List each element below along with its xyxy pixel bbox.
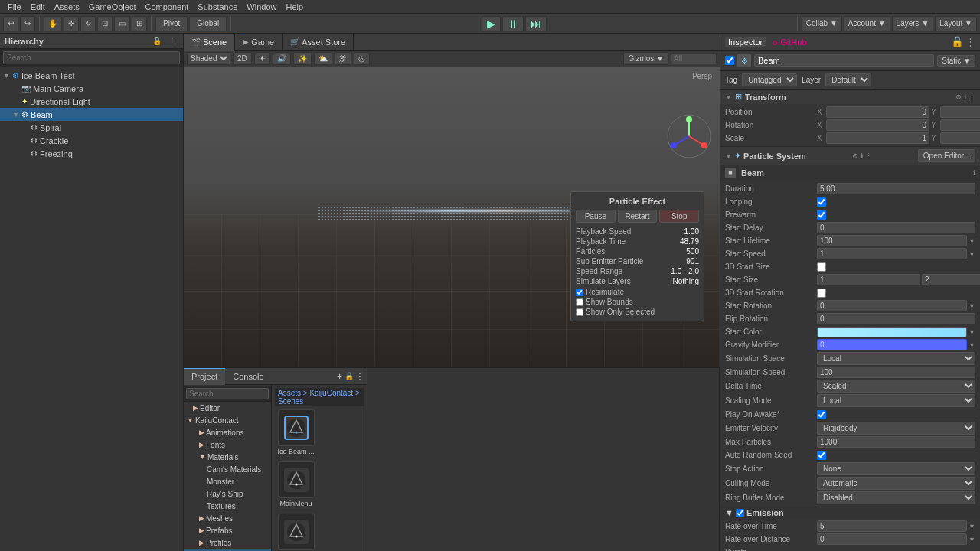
3d-start-rotation-checkbox[interactable] [817,289,826,298]
show-only-checkbox[interactable] [576,308,583,316]
stop-particle-btn[interactable]: Stop [659,210,699,223]
emitter-velocity-dropdown[interactable]: Rigidbody [817,422,975,435]
start-speed-arrow[interactable]: ▼ [969,250,975,258]
3d-start-size-checkbox[interactable] [817,262,826,272]
menu-btn[interactable]: ⋮ [356,372,364,380]
pivot-btn[interactable]: Pivot [159,18,184,28]
add-btn[interactable]: + [337,371,342,382]
hierarchy-item-crackle[interactable]: ⚙ Crackle [0,134,183,147]
emission-checkbox[interactable] [736,509,744,517]
bc-kaiju[interactable]: KaijuContact [309,389,353,397]
flip-rotation-input[interactable] [817,313,975,324]
hierarchy-root[interactable]: ▼ ⚙ Ice Beam Test [0,69,183,82]
scene-skybox-btn[interactable]: ⛅ [314,52,332,65]
folder-editor[interactable]: ▶ Editor [184,402,271,414]
hand-tool[interactable]: ✋ [44,16,62,31]
prewarm-checkbox[interactable] [817,210,826,220]
move-tool[interactable]: ✛ [64,16,79,31]
restart-particle-btn[interactable]: Restart [618,210,658,223]
account-btn[interactable]: Account ▼ [844,16,890,31]
tab-github[interactable]: ⚙ GitHub [769,37,809,47]
tab-game[interactable]: ▶ Game [235,34,283,51]
pos-x-input[interactable] [826,106,929,118]
folder-animations[interactable]: ▶ Animations [184,426,271,439]
max-particles-input[interactable] [817,436,975,448]
rect-tool[interactable]: ▭ [114,16,130,31]
obj-name-input[interactable] [754,54,934,67]
hierarchy-item-freezing[interactable]: ⚙ Freezing [0,147,183,160]
hierarchy-search-input[interactable] [3,51,180,64]
hierarchy-item-light[interactable]: ✦ Directional Light [0,95,183,108]
rot-y-input[interactable] [940,119,980,131]
sim-space-dropdown[interactable]: Local [817,352,975,365]
collab-btn[interactable]: Collab ▼ [802,16,842,31]
tab-scene[interactable]: 🎬 Scene [184,34,235,51]
pause-btn[interactable]: ⏸ [502,16,524,31]
scale-y-input[interactable] [940,132,980,144]
transform-settings-btn[interactable]: ⚙ [956,93,962,101]
pause-particle-btn[interactable]: Pause [576,210,616,223]
transform-more-btn[interactable]: ⋮ [969,93,975,101]
menu-help[interactable]: Help [281,2,308,11]
start-lifetime-arrow[interactable]: ▼ [969,237,975,245]
hierarchy-item-beam[interactable]: ▼ ⚙ Beam [0,108,183,121]
bc-assets[interactable]: Assets [278,389,301,397]
static-btn[interactable]: Static ▼ [937,55,975,67]
gravity-arrow[interactable]: ▼ [969,341,975,349]
start-rotation-arrow[interactable]: ▼ [969,302,975,310]
folder-rays-ship[interactable]: Ray's Ship [184,487,271,500]
redo-btn[interactable]: ↪ [20,16,35,31]
menu-file[interactable]: File [3,2,26,11]
stop-action-dropdown[interactable]: None [817,462,975,475]
resimulate-checkbox[interactable] [576,289,583,296]
show-bounds-checkbox[interactable] [576,298,583,306]
rotate-tool[interactable]: ↻ [80,16,96,31]
gravity-input[interactable] [817,339,967,350]
hierarchy-menu-btn[interactable]: ⋮ [166,36,178,46]
global-btn[interactable]: Global [193,18,223,28]
folder-textures[interactable]: Textures [184,500,271,512]
inspector-lock-btn[interactable]: 🔒 [951,36,964,47]
2d-btn[interactable]: 2D [233,52,252,65]
layers-btn[interactable]: Layers ▼ [892,16,934,31]
looping-checkbox[interactable] [817,197,826,207]
transform-info-btn[interactable]: ℹ [964,93,966,101]
rate-over-distance-input[interactable] [817,533,967,545]
menu-edit[interactable]: Edit [26,2,50,11]
scaling-mode-dropdown[interactable]: Local [817,394,975,407]
scene-lighting-btn[interactable]: ☀ [254,52,270,65]
rate-time-arrow[interactable]: ▼ [969,523,975,530]
folder-profiles[interactable]: ▶ Profiles [184,536,271,549]
duration-input[interactable] [817,183,975,194]
folder-materials[interactable]: ▼ Materials [184,451,271,463]
start-speed-input[interactable] [817,248,967,259]
tab-project[interactable]: Project [184,368,225,385]
folder-kaiju[interactable]: ▼ KaijuContact [184,414,271,426]
start-rotation-input[interactable] [817,300,967,311]
sim-speed-input[interactable] [817,367,975,378]
scene-audio-btn[interactable]: 🔊 [273,52,291,65]
rate-dist-arrow[interactable]: ▼ [969,536,975,543]
emission-header[interactable]: ▼ Emission [720,506,980,520]
open-editor-btn[interactable]: Open Editor... [918,149,975,162]
gizmos-btn[interactable]: Gizmos ▼ [623,52,668,65]
project-search-input[interactable] [186,388,269,399]
folder-cams-mat[interactable]: Cam's Materials [184,463,271,475]
folder-meshes[interactable]: ▶ Meshes [184,512,271,524]
viewport[interactable]: Persp Particle Effect Pause Res [184,67,720,367]
start-size-input1[interactable] [817,274,920,285]
layout-btn[interactable]: Layout ▼ [935,16,977,31]
ps-more-btn[interactable]: ⋮ [865,152,872,160]
culling-mode-dropdown[interactable]: Automatic [817,477,975,490]
scene-search[interactable] [671,53,717,64]
bc-scenes[interactable]: Scenes [278,397,303,406]
hierarchy-lock-btn[interactable]: 🔒 [150,36,164,46]
step-btn[interactable]: ⏭ [525,16,547,31]
tab-inspector[interactable]: Inspector [725,37,766,47]
beam-info-btn[interactable]: ℹ [973,169,975,177]
menu-substance[interactable]: Substance [193,2,242,11]
menu-assets[interactable]: Assets [50,2,84,11]
start-lifetime-input[interactable] [817,235,967,246]
rate-over-time-input[interactable] [817,520,967,532]
hierarchy-item-camera[interactable]: 📷 Main Camera [0,82,183,95]
